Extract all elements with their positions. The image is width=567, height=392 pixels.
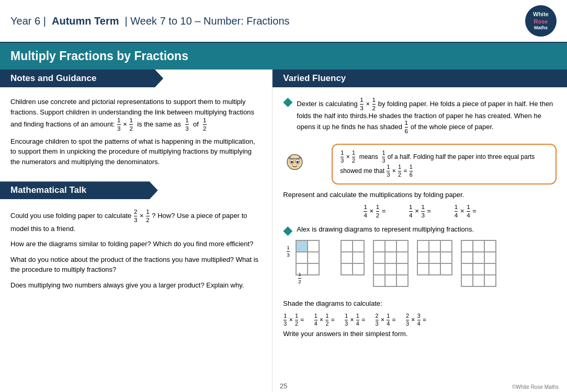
grid-cell (308, 240, 319, 252)
right-panel: Varied Fluency Dexter is calculating 13 … (272, 70, 567, 392)
grid-cell (484, 275, 496, 286)
diagram-1-left-label: 13 (286, 245, 290, 258)
notes-content: Children use concrete and pictorial repr… (0, 91, 272, 176)
teal-diamond-icon (283, 98, 292, 107)
diagram-5-container (461, 240, 496, 287)
grid-cell (385, 275, 396, 286)
frac-1-6: 16 (405, 120, 409, 135)
frac-1-3b: 13 (185, 117, 189, 132)
diagram-2-container (341, 240, 365, 275)
calc-row-1: 14 × 12 = 14 × 13 = 14 × 14 (283, 204, 557, 219)
frac-sb2-1-2: 12 (398, 164, 401, 178)
grid-cell (353, 252, 364, 263)
shade-calc-1: 13 × 12 = (283, 313, 304, 327)
svg-point-4 (297, 160, 299, 163)
page-number: 25 (280, 382, 287, 390)
grid-cell (429, 263, 440, 275)
frac-1-3-d: 13 (360, 97, 364, 112)
grid-cell (484, 240, 496, 252)
shade-calc-row: 13 × 12 = 14 × 12 = 13 × 14 (283, 313, 557, 327)
talk-question-1: Could you use folding paper to calculate… (10, 209, 262, 234)
simplest-form-note: Write your answers in their simplest for… (283, 329, 557, 339)
varied-fluency-content: Dexter is calculating 13 × 12 by folding… (273, 91, 567, 351)
calc-eq-2: 14 × 13 = (409, 204, 431, 219)
svg-point-3 (291, 160, 293, 163)
diagram-1-grid (296, 240, 320, 275)
grid-cell (308, 263, 319, 275)
grid-cell (385, 240, 396, 252)
mathematical-talk-header: Mathematical Talk (0, 181, 158, 199)
frac-sb2-1-3: 13 (387, 164, 390, 178)
diagram-3-grid (373, 240, 409, 287)
grid-cell (473, 275, 484, 286)
frac-1-3: 13 (117, 117, 121, 132)
notes-para1: Children use concrete and pictorial repr… (10, 97, 262, 132)
grid-cell (341, 252, 353, 263)
grid-cell (484, 252, 496, 263)
grid-cell (373, 263, 385, 275)
main-topic-banner: Multiply Fractions by Fractions (0, 43, 567, 70)
shade-calc-4: 23 × 14 = (375, 313, 396, 327)
teal-diamond-icon-2 (283, 226, 292, 236)
fluency-item-1-text: Dexter is calculating 13 × 12 by folding… (297, 97, 557, 134)
talk-question-4: Does multiplying two numbers always give… (10, 280, 262, 291)
diagram-1-container: 13 12 (296, 240, 320, 275)
shade-instruction: Shade the diagrams to calculate: (283, 298, 557, 309)
grid-cell (417, 263, 429, 275)
diagram-1-bottom-label: 12 (298, 272, 302, 285)
grid-cell (461, 252, 473, 263)
speech-area: 13 × 12 means 13 of a half. Folding half… (283, 139, 557, 190)
main-topic-title: Multiply Fractions by Fractions (10, 49, 557, 63)
grid-cell (373, 275, 385, 286)
grid-cell (429, 240, 440, 252)
white-rose-maths-logo: White Rose Maths (525, 5, 557, 37)
grid-cell (396, 263, 408, 275)
talk-question-3: What do you notice about the product of … (10, 255, 262, 275)
dexter-character-icon (283, 153, 307, 176)
calc-eq-1: 14 × 12 = (363, 204, 385, 219)
shade-calc-5: 23 × 34 = (405, 313, 426, 327)
main-content: Notes and Guidance Children use concrete… (0, 70, 567, 392)
frac-sb-1-3b: 13 (382, 150, 385, 164)
grid-cell (296, 252, 308, 263)
grid-cell (473, 240, 484, 252)
grid-cell (385, 252, 396, 263)
grid-cell (341, 263, 353, 275)
talk-question-2: How are the diagrams similar to folding … (10, 239, 262, 249)
grid-cell (396, 240, 408, 252)
grid-cell (373, 240, 385, 252)
fluency-item-1-instruction: Represent and calculate the multiplicati… (283, 190, 557, 200)
grid-cell (385, 263, 396, 275)
frac-1-2a: 12 (129, 117, 133, 132)
diagram-4-grid (417, 240, 452, 275)
fluency-item-1: Dexter is calculating 13 × 12 by folding… (283, 97, 557, 219)
shade-calc-2: 14 × 12 = (314, 313, 335, 327)
fluency-item-1-intro: Dexter is calculating 13 × 12 by folding… (283, 97, 557, 134)
frac-sb2-1-6: 16 (410, 164, 413, 178)
grid-cell (440, 252, 452, 263)
shade-calc-3: 13 × 14 = (344, 313, 365, 327)
frac-sb-1-3: 13 (341, 150, 344, 164)
grid-cell (461, 263, 473, 275)
grid-cell (308, 252, 319, 263)
grid-cell (461, 275, 473, 286)
frac-2-3: 23 (134, 209, 138, 224)
copyright: ©White Rose Maths (512, 384, 559, 390)
grid-cell (341, 240, 353, 252)
notes-guidance-header: Notes and Guidance (0, 70, 163, 87)
grid-cell (353, 263, 364, 275)
header-title: Year 6 | Autumn Term | Week 7 to 10 – Nu… (10, 15, 290, 27)
diagram-3-container (373, 240, 409, 287)
grid-cell-shaded (296, 240, 308, 252)
frac-1-2b: 12 (203, 117, 207, 132)
speech-bubble: 13 × 12 means 13 of a half. Folding half… (332, 144, 557, 185)
grid-cell (473, 252, 484, 263)
frac-1-2-d: 12 (372, 97, 376, 112)
grid-cell (484, 263, 496, 275)
grid-cell (417, 252, 429, 263)
page-header: Year 6 | Autumn Term | Week 7 to 10 – Nu… (0, 0, 567, 43)
calc-eq-3: 14 × 14 = (454, 204, 477, 219)
grid-cell (396, 275, 408, 286)
grid-cell (440, 240, 452, 252)
mathematical-talk-content: Could you use folding paper to calculate… (0, 203, 272, 301)
